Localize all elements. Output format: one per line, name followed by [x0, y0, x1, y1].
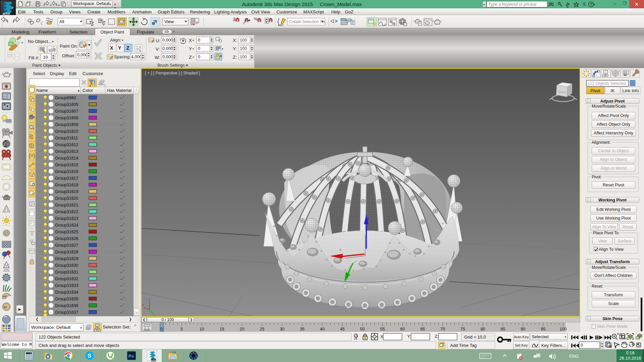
svg-text:Paint On:: Paint On: — [60, 44, 78, 49]
svg-text:▾: ▾ — [193, 56, 194, 59]
svg-text:Z:: Z: — [233, 55, 237, 60]
svg-text:15: 15 — [220, 327, 224, 331]
svg-text:0,000: 0,000 — [77, 53, 88, 57]
svg-text:65: 65 — [420, 327, 425, 331]
svg-text:0: 0 — [30, 352, 31, 354]
svg-text:Ps: Ps — [128, 354, 134, 359]
svg-text:Group31634: Group31634 — [55, 290, 78, 295]
svg-text:Group31605: Group31605 — [55, 102, 78, 107]
svg-text:0: 0 — [161, 327, 163, 331]
svg-text:Group31615: Group31615 — [55, 163, 78, 167]
svg-text:Group31635: Group31635 — [55, 297, 78, 301]
svg-text:25: 25 — [260, 327, 264, 331]
svg-text:Group31621: Group31621 — [55, 203, 78, 207]
svg-text:0x: 0x — [4, 305, 7, 309]
svg-text:Group31611: Group31611 — [55, 136, 78, 140]
svg-text:Group6960: Group6960 — [55, 96, 76, 100]
svg-text:▾: ▾ — [122, 39, 123, 42]
svg-text:▾: ▾ — [193, 39, 194, 42]
svg-text:Y: Y — [189, 46, 192, 51]
svg-text:Group31628: Group31628 — [55, 250, 78, 254]
svg-text:y: y — [154, 313, 155, 316]
svg-text:Group31614: Group31614 — [55, 156, 78, 161]
svg-text:0,000: 0,000 — [162, 46, 173, 51]
svg-text:5: 5 — [180, 327, 183, 331]
svg-text:Y: Y — [118, 45, 121, 51]
svg-text:Y:: Y: — [233, 46, 237, 51]
svg-text:Group31607: Group31607 — [55, 109, 78, 114]
svg-text:Group31620: Group31620 — [55, 196, 78, 201]
svg-text:Group31625: Group31625 — [55, 230, 78, 234]
svg-text:Group31613: Group31613 — [55, 149, 78, 154]
svg-text:Z: Z — [126, 45, 129, 51]
svg-text:Spacing:: Spacing: — [114, 55, 130, 59]
svg-text:X̆: X̆ — [583, 2, 586, 7]
svg-text:75: 75 — [461, 327, 465, 331]
svg-text:▾: ▾ — [594, 3, 595, 6]
svg-text:Group31631: Group31631 — [55, 270, 78, 275]
svg-text:U:: U: — [156, 38, 160, 43]
svg-text:▾: ▾ — [52, 40, 54, 43]
svg-text:Z: Z — [189, 55, 192, 60]
svg-text:95: 95 — [541, 327, 545, 331]
svg-text:Group31609: Group31609 — [55, 122, 78, 127]
svg-text:MXD: MXD — [152, 359, 156, 361]
svg-text:HF: HF — [3, 295, 7, 298]
svg-text:10: 10 — [200, 327, 204, 331]
svg-text:?: ? — [590, 2, 592, 6]
svg-text:%: % — [254, 17, 258, 21]
svg-text:60: 60 — [400, 327, 405, 331]
svg-text:70: 70 — [440, 327, 445, 331]
svg-text:▾: ▾ — [222, 47, 223, 51]
svg-text:0,000: 0,000 — [162, 55, 173, 59]
svg-text:0: 0 — [198, 38, 200, 43]
svg-text:Group31608: Group31608 — [55, 116, 78, 120]
svg-text:0: 0 — [198, 55, 200, 59]
svg-text:Group31630: Group31630 — [55, 263, 78, 268]
svg-text:No Object...: No Object... — [28, 39, 52, 44]
svg-text:▾: ▾ — [21, 41, 23, 44]
svg-text:40: 40 — [320, 327, 325, 331]
svg-text:Group31632: Group31632 — [55, 277, 78, 281]
svg-text:Group31622: Group31622 — [55, 209, 78, 214]
svg-text:X: X — [110, 45, 113, 51]
svg-text:100: 100 — [560, 327, 567, 331]
svg-text:100: 100 — [240, 38, 247, 43]
svg-text:Group31618: Group31618 — [55, 183, 78, 187]
svg-text:Group31629: Group31629 — [55, 256, 78, 261]
svg-text:Group31637: Group31637 — [55, 310, 78, 315]
svg-text:z: z — [148, 298, 150, 301]
svg-text:10: 10 — [43, 55, 48, 60]
svg-text:⇅: ⇅ — [139, 49, 141, 52]
svg-text:z: z — [367, 217, 369, 220]
svg-text:80: 80 — [481, 327, 485, 331]
svg-text:3: 3 — [233, 17, 235, 22]
svg-text:4,000: 4,000 — [131, 55, 142, 59]
svg-text:ABC: ABC — [278, 24, 284, 27]
svg-text:Fill #:: Fill #: — [29, 55, 39, 60]
svg-text:Create Selection Se: Create Selection Se — [289, 19, 325, 24]
svg-text:Group31626: Group31626 — [55, 236, 78, 241]
svg-text:55: 55 — [380, 327, 385, 331]
svg-text:Align:: Align: — [110, 38, 121, 43]
svg-text:Group31633: Group31633 — [55, 283, 78, 288]
svg-text:Group31623: Group31623 — [55, 216, 78, 221]
svg-text:100: 100 — [240, 55, 247, 59]
svg-text:30: 30 — [280, 327, 284, 331]
svg-text:All: All — [59, 19, 64, 24]
svg-text:Group31616: Group31616 — [55, 169, 78, 174]
svg-text:x: x — [339, 248, 341, 251]
svg-text:0,000: 0,000 — [162, 38, 173, 43]
svg-text:Group31627: Group31627 — [55, 243, 78, 248]
svg-text:50: 50 — [360, 327, 365, 331]
svg-text:Group31636: Group31636 — [55, 303, 78, 308]
svg-text:ENG: ENG — [569, 354, 579, 359]
svg-text:Group31612: Group31612 — [55, 142, 78, 147]
svg-text:20: 20 — [239, 327, 244, 331]
svg-text:X:: X: — [233, 38, 237, 43]
svg-text:Group31624: Group31624 — [55, 223, 78, 228]
svg-text:View: View — [164, 19, 174, 24]
svg-text:35: 35 — [300, 327, 305, 331]
svg-text:Group31610: Group31610 — [55, 129, 78, 134]
svg-text:▾: ▾ — [193, 47, 194, 50]
